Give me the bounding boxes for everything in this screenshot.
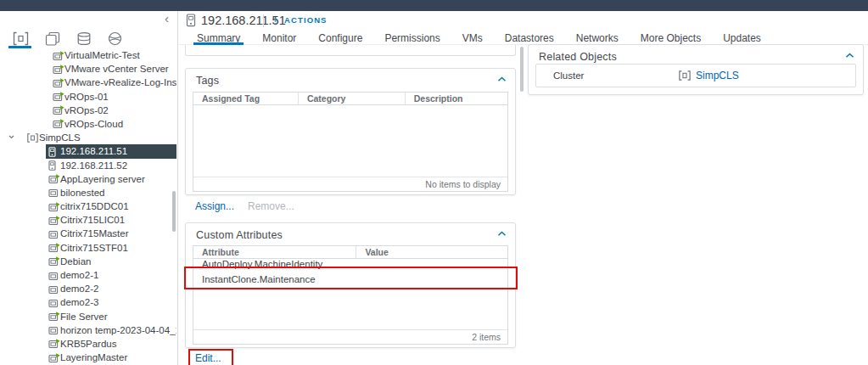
tree-item[interactable]: Citrix715STF01: [0, 241, 176, 255]
inventory-tree: VirtualMetric-TestVMware vCenter ServerV…: [0, 48, 176, 365]
vm-icon: [48, 353, 60, 363]
empty-placeholder: No items to display: [425, 179, 501, 189]
tree-item-label: AppLayering server: [60, 174, 145, 184]
tab-summary[interactable]: Summary: [186, 31, 251, 44]
custom-attributes-panel: Custom Attributes Attribute Value AutoDe…: [185, 222, 516, 348]
tree-item[interactable]: Citrix715LIC01: [0, 213, 176, 227]
tree-item[interactable]: 192.168.211.51: [0, 144, 176, 158]
tree-item[interactable]: demo2-3: [0, 295, 176, 309]
scrolled-panel-remnant: [185, 45, 516, 56]
tree-item[interactable]: citrix715DDC01: [0, 199, 176, 213]
tree-item-label: bilonested: [60, 188, 104, 198]
remove-tag-link[interactable]: Remove...: [248, 200, 294, 212]
tags-panel-title: Tags: [196, 75, 219, 87]
storage-icon[interactable]: [68, 30, 99, 48]
tab-permissions[interactable]: Permissions: [373, 31, 451, 44]
vm-icon: [53, 51, 64, 61]
column-header-category[interactable]: Category: [299, 93, 406, 104]
vm-icon: [48, 325, 60, 335]
column-header-assigned-tag[interactable]: Assigned Tag: [193, 93, 299, 104]
vm-icon: [48, 312, 60, 322]
host-icon: [186, 14, 196, 27]
hosts-and-clusters-icon[interactable]: [5, 30, 36, 48]
vm-icon: [48, 216, 60, 226]
tree-item-label: VirtualMetric-Test: [64, 50, 140, 60]
tab-monitor[interactable]: Monitor: [251, 31, 307, 44]
related-object-label: Cluster: [553, 70, 584, 81]
tree-item[interactable]: Citrix715Master: [0, 227, 176, 240]
tab-updates[interactable]: Updates: [712, 31, 772, 44]
kebab-menu-icon: ⋮: [271, 16, 281, 25]
vm-icon: [48, 256, 60, 267]
cluster-link[interactable]: SimpCLS: [679, 70, 739, 81]
tags-table: Assigned Tag Category Description No ite…: [193, 92, 508, 192]
chevron-up-icon[interactable]: [497, 76, 507, 82]
vm-icon: [48, 298, 60, 308]
tree-item-label: VMware-vRealize-Log-Insight-8...: [64, 77, 176, 87]
tree-item[interactable]: vROps-Cloud: [0, 117, 176, 131]
tree-item[interactable]: Debian: [0, 255, 176, 268]
tree-item[interactable]: VMware-vRealize-Log-Insight-8...: [0, 76, 176, 89]
summary-content: Tags Assigned Tag Category Description N…: [179, 44, 868, 365]
tree-item-label: 192.168.211.51: [60, 146, 127, 156]
tree-item-label: demo2-1: [60, 270, 98, 280]
tab-networks[interactable]: Networks: [565, 31, 630, 44]
tree-item[interactable]: SimpCLS: [0, 131, 176, 144]
vm-icon: [48, 271, 60, 281]
related-objects-panel: Related Objects Cluster SimpCLS: [528, 44, 864, 95]
chevron-down-icon[interactable]: [8, 135, 14, 139]
content-scrollbar[interactable]: [520, 47, 524, 92]
related-object-row: Cluster SimpCLS: [535, 64, 856, 87]
tree-item[interactable]: vROps-01: [0, 90, 176, 104]
tree-item-label: vROps-02: [64, 105, 109, 115]
tree-item-label: demo2-2: [60, 284, 98, 294]
items-count: 2 items: [472, 332, 501, 342]
tree-item-label: vROps-01: [64, 92, 109, 102]
tree-item[interactable]: AppLayering server: [0, 172, 176, 186]
vm-icon: [48, 243, 60, 253]
custom-attributes-table-footer: 2 items: [193, 329, 507, 344]
cluster-icon: [679, 70, 691, 81]
tab-more-objects[interactable]: More Objects: [630, 31, 712, 44]
tab-datastores[interactable]: Datastores: [494, 31, 565, 44]
column-header-description[interactable]: Description: [406, 93, 507, 104]
tags-table-footer: No items to display: [193, 177, 507, 191]
tree-item-label: horizon temp-2023-04-04_14-2...: [60, 325, 176, 335]
custom-attributes-table: Attribute Value AutoDeploy.MachineIdenti…: [193, 245, 508, 345]
actions-button[interactable]: ⋮ ACTIONS: [271, 15, 328, 25]
tree-item[interactable]: VMware vCenter Server: [0, 62, 176, 76]
tree-item[interactable]: demo2-1: [0, 268, 176, 282]
chevron-up-icon[interactable]: [497, 231, 507, 237]
tab-configure[interactable]: Configure: [307, 31, 373, 44]
tab-vms[interactable]: VMs: [451, 31, 494, 44]
vms-and-templates-icon[interactable]: [36, 30, 68, 48]
tree-item[interactable]: demo2-2: [0, 282, 176, 295]
tree-item[interactable]: 192.168.211.52: [0, 159, 176, 172]
table-row[interactable]: InstantClone.Maintenance: [193, 270, 507, 289]
tree-item-label: Citrix715LIC01: [60, 215, 125, 225]
networking-icon[interactable]: [99, 30, 131, 48]
object-header: 192.168.211.51 ⋮ ACTIONS: [179, 11, 868, 31]
tree-item[interactable]: File Server: [0, 310, 176, 323]
tree-item[interactable]: horizon temp-2023-04-04_14-2...: [0, 323, 176, 337]
vm-icon: [48, 284, 60, 295]
vm-icon: [53, 105, 64, 115]
vm-icon: [53, 78, 64, 88]
sidebar-scrollbar[interactable]: [172, 191, 176, 232]
table-row[interactable]: AutoDeploy.MachineIdentity: [193, 259, 507, 270]
sidebar-collapse-icon[interactable]: ‹: [165, 12, 169, 25]
tree-item[interactable]: VirtualMetric-Test: [0, 48, 176, 62]
tree-item[interactable]: KRB5Pardus: [0, 337, 176, 351]
assign-tag-link[interactable]: Assign...: [195, 200, 234, 212]
edit-attributes-link[interactable]: Edit...: [195, 352, 221, 364]
tree-item[interactable]: bilonested: [0, 186, 176, 199]
tree-item-label: SimpCLS: [39, 132, 81, 143]
tree-item[interactable]: vROps-02: [0, 104, 176, 117]
chevron-up-icon[interactable]: [845, 53, 854, 59]
vm-icon: [48, 188, 60, 198]
column-header-attribute[interactable]: Attribute: [193, 246, 356, 258]
column-header-value[interactable]: Value: [356, 246, 507, 258]
custom-attributes-table-header: Attribute Value: [193, 246, 507, 259]
tree-item-label: 192.168.211.52: [60, 160, 127, 171]
tree-item[interactable]: LayeringMaster: [0, 351, 176, 364]
